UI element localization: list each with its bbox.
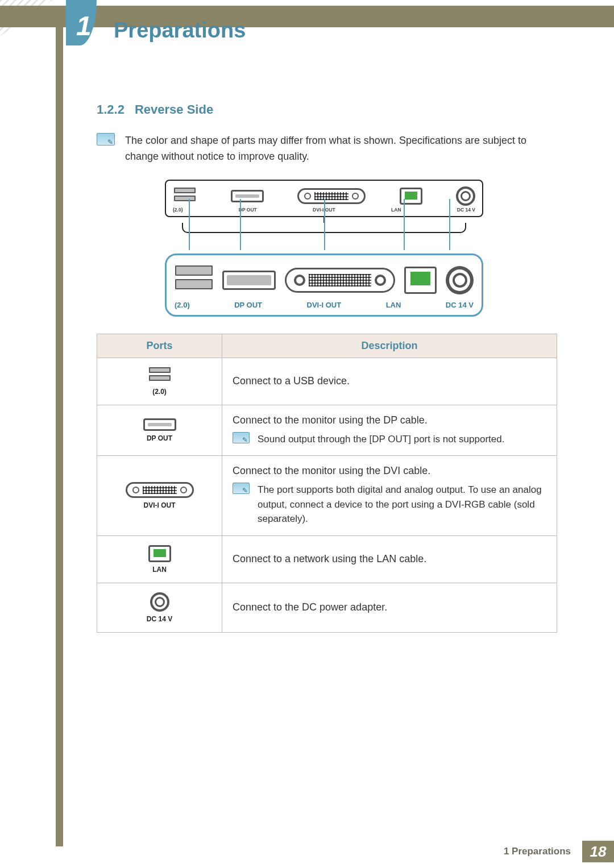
port-cell-lan: LAN xyxy=(97,535,222,583)
dc-port-icon xyxy=(456,186,475,206)
zoom-port-row xyxy=(175,265,474,295)
mini-label-lan: LAN xyxy=(391,207,401,213)
zoom-label-dp: DP OUT xyxy=(234,301,262,309)
table-row: LAN Connect to a network using the LAN c… xyxy=(97,535,557,583)
callout-lines xyxy=(165,233,483,252)
note-text: The port supports both digital and analo… xyxy=(258,483,546,526)
dvi-i-out-port-icon xyxy=(285,268,396,293)
table-row: DP OUT Connect to the monitor using the … xyxy=(97,405,557,456)
description-text: Connect to the monitor using the DVI cab… xyxy=(233,465,546,477)
dc-port-icon xyxy=(150,592,169,612)
ports-table: Ports Description (2.0) Connect to a USB… xyxy=(97,334,557,633)
description-text: Connect to a network using the LAN cable… xyxy=(233,553,546,565)
note-icon xyxy=(97,133,115,146)
port-cell-usb: (2.0) xyxy=(97,358,222,405)
port-caption: DP OUT xyxy=(107,434,211,442)
footer: 1 Preparations 18 xyxy=(0,841,614,862)
usb-port-icon xyxy=(175,265,213,295)
port-cell-dvi: DVI-I OUT xyxy=(97,456,222,536)
intro-note: The color and shape of parts may differ … xyxy=(97,133,557,165)
note-icon xyxy=(233,432,250,443)
reverse-side-diagram: (2.0) DP OUT DVI-I OUT LAN DC 14 V (2.0) xyxy=(165,180,483,317)
usb-port-icon xyxy=(148,367,172,384)
dvi-i-out-port-icon xyxy=(297,188,366,204)
mini-label-dc: DC 14 V xyxy=(457,207,475,213)
description-note: Sound output through the [DP OUT] port i… xyxy=(233,432,546,447)
zoom-label-dvi: DVI-I OUT xyxy=(307,301,342,309)
dp-out-port-icon xyxy=(143,418,176,431)
zoom-panel: (2.0) DP OUT DVI-I OUT LAN DC 14 V xyxy=(165,254,483,317)
port-caption: LAN xyxy=(107,566,211,574)
page-title: Preparations xyxy=(114,18,246,43)
mini-label-dp: DP OUT xyxy=(239,207,257,213)
footer-breadcrumb: 1 Preparations xyxy=(492,841,582,862)
dp-out-port-icon xyxy=(231,190,264,202)
description-text: Connect to the monitor using the DP cabl… xyxy=(233,414,546,426)
dc-port-icon xyxy=(446,266,474,294)
port-description: Connect to the monitor using the DVI cab… xyxy=(222,456,557,536)
lan-port-icon xyxy=(400,188,422,205)
port-cell-dc: DC 14 V xyxy=(97,583,222,632)
description-text: Connect to the DC power adapter. xyxy=(233,601,546,613)
dvi-i-out-port-icon xyxy=(126,482,194,498)
table-row: DC 14 V Connect to the DC power adapter. xyxy=(97,583,557,632)
port-cell-dp: DP OUT xyxy=(97,405,222,456)
table-row: (2.0) Connect to a USB device. xyxy=(97,358,557,405)
port-caption: DVI-I OUT xyxy=(107,501,211,509)
port-description: Connect to a network using the LAN cable… xyxy=(222,535,557,583)
sidebar-stripe xyxy=(56,27,63,846)
content-area: 1.2.2Reverse Side The color and shape of… xyxy=(97,102,557,633)
usb-port-icon xyxy=(173,188,197,205)
lan-port-icon xyxy=(404,267,437,294)
section-heading: 1.2.2Reverse Side xyxy=(97,102,557,117)
dp-out-port-icon xyxy=(222,271,276,290)
port-description: Connect to the DC power adapter. xyxy=(222,583,557,632)
port-description: Connect to a USB device. xyxy=(222,358,557,405)
note-icon xyxy=(233,483,250,494)
description-header: Description xyxy=(222,334,557,358)
mini-label-usb: (2.0) xyxy=(173,207,182,213)
lan-port-icon xyxy=(148,545,171,562)
zoom-label-lan: LAN xyxy=(386,301,401,309)
description-note: The port supports both digital and analo… xyxy=(233,483,546,526)
port-description: Connect to the monitor using the DP cabl… xyxy=(222,405,557,456)
port-caption: (2.0) xyxy=(107,388,211,396)
page-number: 18 xyxy=(582,841,614,862)
chapter-number: 1 xyxy=(76,10,92,41)
section-title: Reverse Side xyxy=(135,102,213,117)
zoom-label-usb: (2.0) xyxy=(175,301,190,309)
table-row: DVI-I OUT Connect to the monitor using t… xyxy=(97,456,557,536)
ports-header: Ports xyxy=(97,334,222,358)
zoom-port-labels: (2.0) DP OUT DVI-I OUT LAN DC 14 V xyxy=(175,301,474,309)
note-text: Sound output through the [DP OUT] port i… xyxy=(258,432,504,447)
section-number: 1.2.2 xyxy=(97,102,125,117)
port-caption: DC 14 V xyxy=(107,615,211,623)
intro-note-text: The color and shape of parts may differ … xyxy=(125,133,557,165)
zoom-label-dc: DC 14 V xyxy=(446,301,474,309)
description-text: Connect to a USB device. xyxy=(233,375,546,387)
